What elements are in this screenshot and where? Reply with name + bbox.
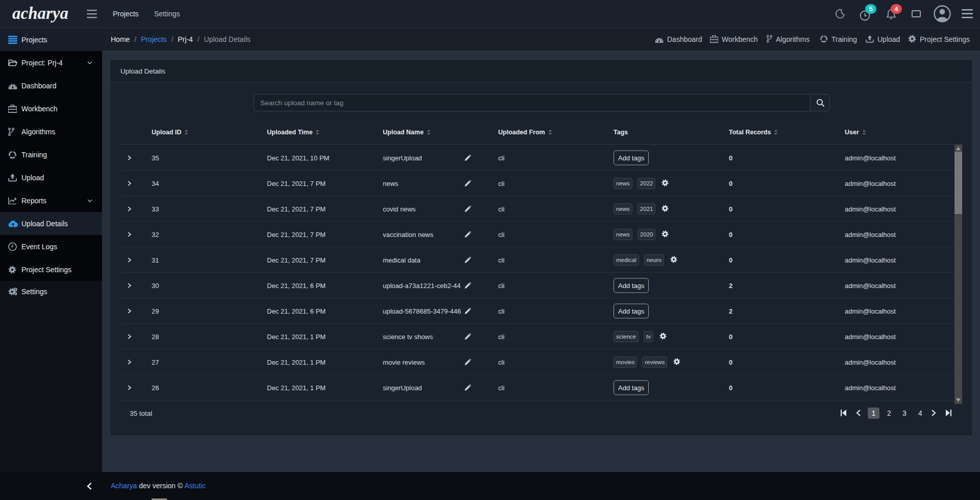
- svg-text:acharya: acharya: [12, 4, 68, 22]
